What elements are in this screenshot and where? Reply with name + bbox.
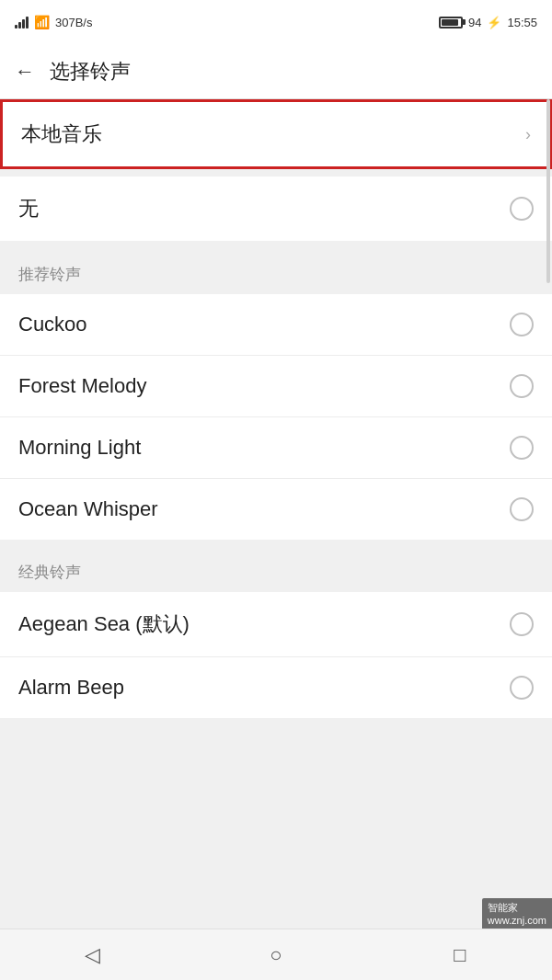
ringtone-label: Cuckoo [18, 313, 87, 336]
bolt-icon: ⚡ [487, 16, 501, 29]
local-music-label: 本地音乐 [21, 120, 102, 148]
status-left: 📶 307B/s [15, 15, 92, 29]
nav-home-icon: ○ [270, 943, 282, 967]
recommended-section-header: 推荐铃声 [0, 249, 552, 294]
network-speed: 307B/s [55, 16, 92, 29]
content-area: 本地音乐 › 无 推荐铃声 Cuckoo Forest Melody Morni… [0, 99, 552, 929]
watermark-line2: www.znj.com [488, 915, 546, 926]
time-display: 15:55 [507, 16, 537, 29]
ringtone-row[interactable]: Morning Light [0, 417, 552, 479]
battery-icon [439, 17, 463, 28]
nav-bar: ◁ ○ □ [0, 929, 552, 980]
ringtone-label: Morning Light [18, 436, 141, 460]
ringtone-row[interactable]: Ocean Whisper [0, 479, 552, 540]
watermark: 智能家 www.znj.com [482, 898, 552, 929]
back-button[interactable]: ← [15, 60, 35, 84]
none-section: 无 [0, 177, 552, 242]
ringtone-row[interactable]: Cuckoo [0, 294, 552, 356]
ringtone-radio[interactable] [510, 676, 534, 700]
status-bar: 📶 307B/s 94 ⚡ 15:55 [0, 0, 552, 44]
signal-icon [15, 16, 29, 28]
ringtone-radio[interactable] [510, 497, 534, 521]
ringtone-radio[interactable] [510, 612, 534, 636]
local-music-row[interactable]: 本地音乐 › [0, 99, 552, 169]
classic-section-header: 经典铃声 [0, 547, 552, 592]
battery-percent: 94 [468, 16, 481, 29]
nav-recent-icon: □ [454, 943, 466, 967]
recommended-ringtone-section: Cuckoo Forest Melody Morning Light Ocean… [0, 294, 552, 540]
chevron-right-icon: › [525, 125, 531, 144]
title-bar: ← 选择铃声 [0, 44, 552, 99]
none-row[interactable]: 无 [0, 177, 552, 242]
ringtone-radio[interactable] [510, 374, 534, 398]
wifi-icon: 📶 [34, 15, 50, 29]
watermark-line1: 智能家 [488, 902, 518, 913]
none-label: 无 [18, 195, 39, 222]
ringtone-radio[interactable] [510, 313, 534, 336]
ringtone-label: Alarm Beep [18, 676, 124, 700]
nav-back-button[interactable]: ◁ [64, 937, 120, 974]
ringtone-row[interactable]: Alarm Beep [0, 657, 552, 718]
nav-home-button[interactable]: ○ [248, 937, 304, 974]
nav-recent-button[interactable]: □ [432, 937, 488, 974]
ringtone-radio[interactable] [510, 436, 534, 460]
classic-ringtone-section: Aegean Sea (默认) Alarm Beep [0, 592, 552, 718]
scroll-track [546, 99, 550, 283]
ringtone-label: Aegean Sea (默认) [18, 610, 190, 638]
ringtone-label: Ocean Whisper [18, 497, 158, 521]
ringtone-row[interactable]: Aegean Sea (默认) [0, 592, 552, 657]
ringtone-label: Forest Melody [18, 374, 146, 398]
ringtone-row[interactable]: Forest Melody [0, 356, 552, 417]
page-title: 选择铃声 [50, 58, 131, 85]
status-right: 94 ⚡ 15:55 [439, 16, 537, 29]
nav-back-icon: ◁ [85, 943, 100, 967]
none-radio[interactable] [510, 197, 534, 221]
